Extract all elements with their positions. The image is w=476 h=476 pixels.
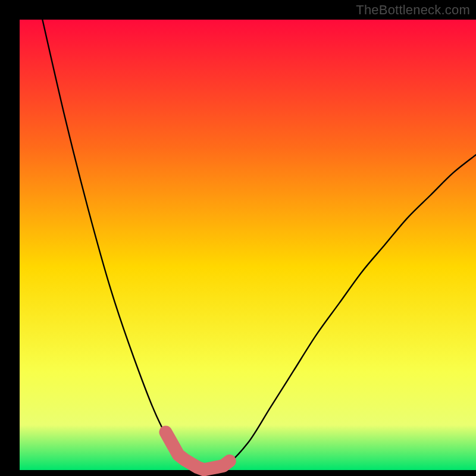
bottleneck-chart [0,0,476,476]
chart-frame: TheBottleneck.com [0,0,476,476]
gradient-background [20,20,476,470]
watermark-text: TheBottleneck.com [356,2,470,18]
